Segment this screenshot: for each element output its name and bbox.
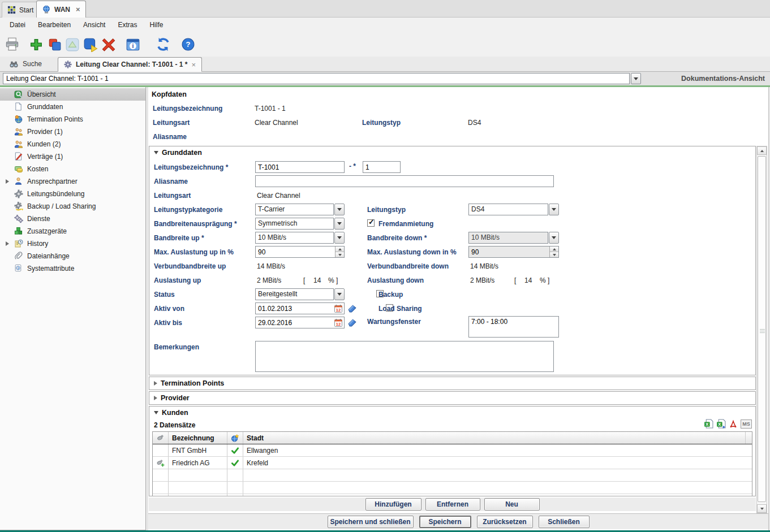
object-selector-input[interactable]	[3, 73, 630, 84]
clear-date-eraser-icon[interactable]	[347, 303, 357, 313]
select-value[interactable]: DS4	[468, 204, 548, 215]
leitungstypkategorie-select[interactable]: T-Carrier	[255, 204, 345, 215]
speichern-und-schliessen-button[interactable]: Speichern und schließen	[328, 516, 414, 528]
chevron-down-icon[interactable]	[334, 218, 345, 230]
excel-export-icon[interactable]: X	[704, 419, 713, 429]
hinzufuegen-button[interactable]: Hinzufügen	[365, 498, 421, 511]
sidebar-item-kosten[interactable]: Kosten	[0, 163, 145, 175]
section-header-provider[interactable]: Provider	[154, 394, 190, 402]
sidebar-item-kunden[interactable]: Kunden (2)	[0, 138, 145, 150]
column-header-bezeichnung[interactable]: Bezeichnung	[169, 432, 227, 444]
object-selector-dropdown-button[interactable]	[631, 73, 641, 84]
max-auslastung-down-spinner[interactable]	[468, 246, 559, 258]
sidebar-item-leitungsbuendelung[interactable]: Leitungsbündelung	[0, 188, 145, 200]
help-icon[interactable]: ?	[181, 37, 195, 51]
status-select[interactable]: Bereitgestellt	[255, 288, 345, 300]
close-icon[interactable]: ×	[191, 60, 196, 69]
menu-bearbeiten[interactable]: Bearbeiten	[32, 19, 77, 31]
window-tab-wan[interactable]: WAN ×	[36, 1, 86, 18]
chevron-down-icon[interactable]	[334, 232, 345, 244]
table-row[interactable]: FNT GmbH Ellwangen	[153, 444, 752, 457]
spin-down-icon[interactable]	[335, 252, 344, 257]
sidebar-item-dienste[interactable]: Dienste	[0, 213, 145, 225]
aliasname-input[interactable]	[255, 175, 554, 187]
sidebar-item-ansprechpartner[interactable]: Ansprechpartner	[0, 175, 145, 188]
sidebar-item-termination-points[interactable]: Termination Points	[0, 113, 145, 126]
spin-down-icon[interactable]	[550, 252, 558, 257]
expand-arrow-icon[interactable]	[6, 241, 9, 246]
section-header-kunden[interactable]: Kunden	[154, 409, 188, 417]
globe-star-column-header[interactable]	[227, 432, 243, 444]
leitungsbezeichnung-input[interactable]	[255, 161, 345, 173]
refresh-icon[interactable]	[156, 37, 171, 52]
section-header-termination-points[interactable]: Termination Points	[154, 379, 224, 387]
scroll-down-button[interactable]	[757, 504, 767, 513]
tab-leitung[interactable]: Leitung Clear Channel: T-1001 - 1 * ×	[58, 57, 202, 72]
schliessen-button[interactable]: Schließen	[539, 516, 590, 528]
run-icon[interactable]	[83, 37, 98, 52]
zuruecksetzen-button[interactable]: Zurücksetzen	[477, 516, 533, 528]
section-header-grunddaten[interactable]: Grunddaten	[154, 149, 202, 157]
table-row[interactable]: Friedrich AG Krefeld	[153, 457, 752, 469]
window-tab-start[interactable]: Start	[2, 2, 39, 18]
select-value[interactable]: Symmetrisch	[255, 218, 334, 230]
calendar-icon[interactable]: 12	[334, 318, 343, 327]
chevron-down-icon[interactable]	[549, 232, 559, 244]
column-header-stadt[interactable]: Stadt	[243, 432, 745, 444]
sidebar-item-uebersicht[interactable]: Übersicht	[0, 88, 145, 101]
scrollbar-thumb[interactable]	[758, 156, 766, 502]
menu-ansicht[interactable]: Ansicht	[77, 19, 111, 31]
print-icon[interactable]	[5, 37, 20, 52]
entfernen-button[interactable]: Entfernen	[425, 498, 480, 511]
scroll-up-button[interactable]	[757, 146, 767, 155]
bemerkungen-textarea[interactable]	[255, 341, 554, 372]
add-icon[interactable]	[29, 37, 44, 52]
menu-hilfe[interactable]: Hilfe	[143, 19, 169, 31]
pdf-export-icon[interactable]	[729, 419, 738, 429]
speichern-button[interactable]: Speichern	[419, 516, 471, 528]
fremdanmietung-checkbox[interactable]	[367, 219, 375, 227]
delete-icon[interactable]	[101, 37, 116, 52]
info-window-icon[interactable]: i	[126, 37, 140, 52]
select-value[interactable]: T-Carrier	[255, 204, 334, 215]
spinner-input[interactable]	[256, 246, 335, 257]
menu-extras[interactable]: Extras	[111, 19, 143, 31]
sidebar-item-backup-load-sharing[interactable]: Backup / Load Sharing	[0, 200, 145, 213]
excel-open-export-icon[interactable]: X	[716, 419, 726, 429]
chevron-down-icon[interactable]	[334, 204, 345, 215]
aktiv-bis-datefield[interactable]: 12	[255, 317, 345, 328]
sidebar-item-vertraege[interactable]: Verträge (1)	[0, 150, 145, 163]
footprint-column-header[interactable]	[153, 432, 169, 444]
bandbreite-down-select[interactable]: 10 MBit/s	[468, 232, 559, 244]
aktiv-von-datefield[interactable]: 12	[255, 302, 345, 314]
expand-arrow-icon[interactable]	[6, 179, 9, 184]
select-value[interactable]: 10 MBit/s	[255, 232, 334, 244]
close-icon[interactable]: ×	[76, 5, 80, 14]
spin-up-icon[interactable]	[335, 246, 344, 252]
max-auslastung-up-spinner[interactable]	[255, 246, 345, 258]
ms-export-icon[interactable]: MS	[741, 419, 752, 429]
chevron-down-icon[interactable]	[334, 288, 345, 300]
select-value[interactable]: Bereitgestellt	[255, 288, 334, 300]
menu-datei[interactable]: Datei	[3, 19, 32, 31]
clear-date-eraser-icon[interactable]	[347, 317, 357, 327]
sidebar-item-history[interactable]: History	[0, 237, 145, 250]
bandbreite-up-select[interactable]: 10 MBit/s	[255, 232, 345, 244]
date-input[interactable]	[256, 319, 334, 327]
chevron-down-icon[interactable]	[549, 204, 559, 215]
leitungsbezeichnung-suffix-input[interactable]	[363, 161, 401, 173]
tab-suche[interactable]: Suche	[3, 57, 50, 71]
spin-up-icon[interactable]	[550, 246, 558, 252]
neu-button[interactable]: Neu	[484, 498, 540, 511]
vertical-scrollbar[interactable]	[756, 146, 767, 513]
sidebar-item-provider[interactable]: Provider (1)	[0, 126, 145, 138]
import-icon[interactable]	[65, 37, 80, 52]
sidebar-item-grunddaten[interactable]: Grunddaten	[0, 101, 145, 113]
copy-icon[interactable]	[47, 37, 62, 52]
sidebar-item-systemattribute[interactable]: i Systemattribute	[0, 262, 145, 275]
leitungstyp-select[interactable]: DS4	[468, 204, 559, 215]
bandbreitenauspraegung-select[interactable]: Symmetrisch	[255, 218, 345, 230]
sidebar-item-zusatzgeraete[interactable]: Zusatzgeräte	[0, 225, 145, 237]
date-input[interactable]	[256, 305, 334, 313]
wartungsfenster-textarea[interactable]: 7:00 - 18:00	[468, 316, 559, 338]
